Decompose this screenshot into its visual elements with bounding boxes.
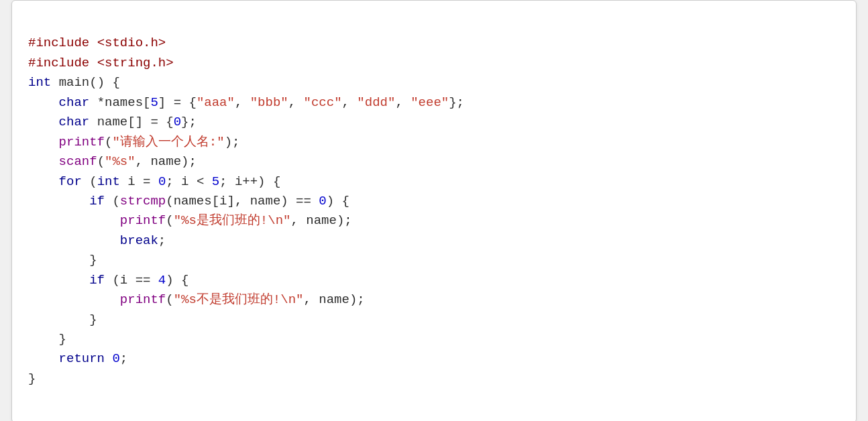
- line-13: if (i == 4) {: [28, 273, 188, 288]
- line-5: char name[] = {0};: [28, 115, 197, 129]
- line-8: for (int i = 0; i < 5; i++) {: [28, 174, 280, 189]
- code-block: #include <stdio.h> #include <string.h> i…: [28, 14, 840, 409]
- line-17: return 0;: [28, 351, 127, 366]
- line-14: printf("%s不是我们班的!\n", name);: [28, 292, 365, 307]
- line-1: #include <stdio.h>: [28, 36, 166, 50]
- line-12: }: [28, 253, 97, 267]
- line-11: break;: [28, 233, 166, 248]
- line-10: printf("%s是我们班的!\n", name);: [28, 213, 352, 228]
- line-16: }: [28, 332, 66, 347]
- line-18: }: [28, 371, 36, 386]
- line-9: if (strcmp(names[i], name) == 0) {: [28, 194, 349, 208]
- line-4: char *names[5] = {"aaa", "bbb", "ccc", "…: [28, 95, 464, 110]
- line-15: }: [28, 312, 97, 327]
- line-3: int main() {: [28, 75, 120, 90]
- line-2: #include <string.h>: [28, 56, 174, 70]
- line-6: printf("请输入一个人名:");: [28, 135, 239, 149]
- line-7: scanf("%s", name);: [28, 154, 197, 169]
- code-container: #include <stdio.h> #include <string.h> i…: [11, 0, 857, 421]
